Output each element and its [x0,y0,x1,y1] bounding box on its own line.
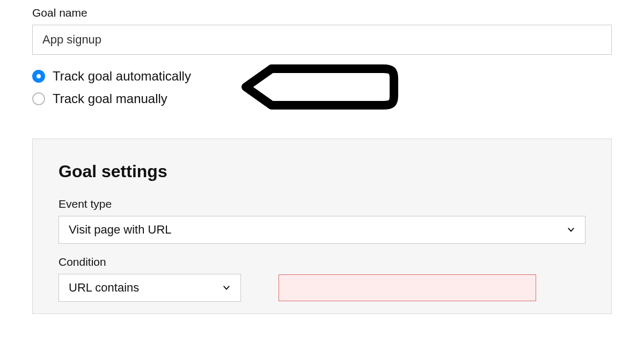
tracking-option-label: Track goal manually [53,91,167,106]
goal-name-input[interactable] [32,25,612,55]
event-type-select[interactable]: Visit page with URL [58,216,586,244]
goal-name-field: Goal name [32,6,612,55]
condition-row: URL contains [58,274,586,302]
tracking-radio-group: Track goal automatically Track goal manu… [32,69,191,106]
condition-value-input[interactable] [279,274,536,301]
goal-name-label: Goal name [32,6,612,19]
event-type-value: Visit page with URL [69,223,172,237]
radio-icon [32,92,45,105]
tracking-option-manual[interactable]: Track goal manually [32,91,191,106]
radio-icon [32,70,45,83]
tracking-option-label: Track goal automatically [53,69,191,84]
condition-label: Condition [58,256,586,268]
annotation-arrow-icon [211,61,405,115]
goal-settings-panel: Goal settings Event type Visit page with… [32,139,612,314]
goal-settings-heading: Goal settings [58,162,586,181]
condition-operator-select[interactable]: URL contains [58,274,241,302]
tracking-option-automatic[interactable]: Track goal automatically [32,69,191,84]
condition-field: Condition URL contains [58,256,586,302]
event-type-field: Event type Visit page with URL [58,198,586,244]
tracking-row: Track goal automatically Track goal manu… [32,69,612,122]
condition-operator-value: URL contains [69,281,139,295]
event-type-label: Event type [58,198,586,210]
chevron-down-icon [567,226,575,234]
chevron-down-icon [222,283,231,292]
